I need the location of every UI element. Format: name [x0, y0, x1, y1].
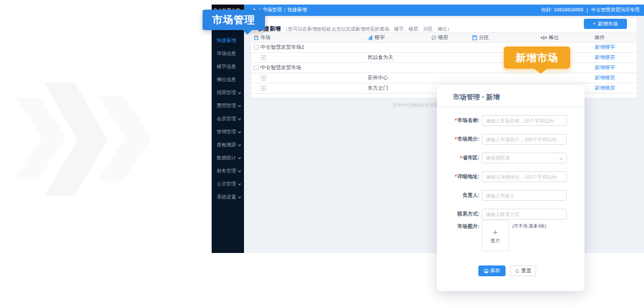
tenant-name[interactable]: 中仑智慧农贸演示专用 [591, 7, 639, 14]
add-building-link[interactable]: 新增楼宇 [595, 43, 615, 52]
sidebar-item-recruit-mgmt[interactable]: 招商管理 [212, 86, 244, 99]
markets-table: 市场 楼宇 楼层 分区 [251, 32, 637, 94]
decor-chevron-small-left [16, 98, 66, 177]
field-label: 联系方式: [457, 211, 479, 217]
field-label: 市场简介: [457, 136, 479, 142]
card-header: 快捷新增（您可以在新增按钮处点击以完成新增对应的菜场、楼宇、楼层、分区、摊位） … [251, 18, 637, 33]
refresh-icon [515, 269, 520, 273]
form-row-market-intro: *市场简介: [437, 134, 584, 145]
reset-button[interactable]: 重置 [510, 265, 536, 276]
market-name-input[interactable] [482, 115, 567, 126]
callout-arrow-down-icon [533, 68, 548, 74]
required-mark: * [460, 155, 462, 161]
building-name: 民以食为天 [368, 53, 393, 62]
sidebar-item-data-stats[interactable]: 数据统计 [212, 151, 244, 164]
chevron-down-icon [238, 143, 241, 146]
breadcrumb-market-mgmt[interactable]: 市场管理 [262, 7, 281, 14]
field-label: 省市区: [462, 155, 479, 161]
add-building-link[interactable]: 新增楼宇 [595, 63, 615, 73]
sidebar-item-quick-add[interactable]: 快捷新增 [212, 34, 244, 47]
add-floor-link[interactable]: 新增楼层 [595, 73, 615, 83]
sidebar: 中仑智慧农贸 快捷新增 市场信息 楼宇信息 摊位信息 招商管理 费用管理 会员管… [212, 5, 244, 253]
market-intro-input[interactable] [482, 134, 567, 145]
add-floor-link[interactable]: 新增楼层 [595, 53, 615, 62]
add-floor-link[interactable]: 新增楼层 [595, 83, 615, 93]
expand-toggle[interactable]: + [261, 75, 266, 81]
user-greeting[interactable]: 你好: 16816816868 [541, 7, 583, 14]
sidebar-item-market-info[interactable]: 市场信息 [212, 47, 244, 60]
photo-upload-box[interactable]: + 图片 [482, 220, 509, 251]
market-name: 中仑智慧农贸市场 [260, 64, 301, 71]
chevron-down-icon [238, 130, 241, 133]
callout-arrow-down-icon [242, 29, 252, 35]
col-stall[interactable]: 摊位 [549, 34, 559, 41]
region-select[interactable]: 请选择区域 [482, 153, 567, 163]
floor-icon [431, 35, 436, 40]
building-icon [368, 35, 373, 40]
callout-market-management: 市场管理 [203, 10, 265, 30]
form-row-contact: 联系方式: [437, 209, 584, 220]
form-row-address: *详细地址: [437, 171, 584, 182]
sidebar-item-building-info[interactable]: 楼宇信息 [212, 60, 244, 73]
col-building[interactable]: 楼宇 [374, 34, 385, 41]
col-floor[interactable]: 楼层 [438, 34, 448, 41]
required-mark: * [454, 136, 457, 142]
address-input[interactable] [482, 171, 567, 182]
required-mark: * [454, 174, 457, 179]
table-row: -中仑智慧农贸市场2 新增楼宇 [251, 43, 637, 53]
table-row: -中仑智慧农贸市场 新增楼宇 [251, 63, 637, 73]
required-mark: * [454, 117, 457, 123]
expand-toggle[interactable]: + [261, 55, 266, 60]
chevron-down-icon [238, 91, 241, 94]
sidebar-item-system-settings[interactable]: 系统设置 [212, 191, 244, 204]
stall-icon [541, 35, 547, 40]
expand-toggle[interactable]: + [261, 86, 266, 91]
upload-note: (可不传,最多3张) [512, 223, 546, 229]
save-button[interactable]: 保存 [478, 265, 506, 276]
table-row: + 民以食为天 新增楼层 [251, 53, 637, 63]
field-label-market-photo: 市场图片: [437, 223, 479, 230]
building-name: 苏州中心 [368, 73, 388, 83]
sidebar-item-stall-info[interactable]: 摊位信息 [212, 73, 244, 86]
breadcrumb-quick-add[interactable]: 快捷新增 [288, 7, 307, 14]
collapse-toggle[interactable]: - [254, 45, 259, 50]
collapse-toggle[interactable]: - [254, 65, 259, 70]
table-row: + 苏州中心 新增楼层 [251, 73, 637, 83]
field-label: 详细地址: [457, 174, 479, 179]
form-row-market-name: *市场名称: [437, 115, 584, 126]
market-name: 中仑智慧农贸市场2 [260, 44, 304, 51]
chevron-down-icon [238, 117, 241, 120]
col-zone[interactable]: 分区 [479, 34, 489, 41]
field-label: 负责人: [462, 192, 479, 198]
save-icon [484, 269, 489, 273]
sidebar-item-quality-trace[interactable]: 质检溯源 [212, 138, 244, 151]
form-row-manager: 负责人: [437, 190, 584, 201]
chevron-down-icon [238, 169, 241, 172]
chevron-down-icon [238, 195, 241, 199]
chevron-down-icon [238, 104, 241, 107]
plus-icon: + [593, 21, 596, 27]
zone-icon [472, 35, 477, 40]
sidebar-item-finance-mgmt[interactable]: 财务管理 [212, 164, 244, 178]
manager-input[interactable] [482, 190, 567, 201]
upload-box-label: 图片 [491, 238, 500, 244]
sidebar-menu: 快捷新增 市场信息 楼宇信息 摊位信息 招商管理 费用管理 会员管理 营销管理 … [212, 34, 244, 204]
add-market-modal: 市场管理 - 新增 *市场名称: *市场简介: *省市区: 请选择区域 *详细地… [437, 85, 584, 291]
region-select-placeholder: 请选择区域 [486, 155, 510, 162]
sidebar-item-public-mgmt[interactable]: 公示管理 [212, 178, 244, 191]
col-market[interactable]: 市场 [260, 34, 271, 41]
add-market-button[interactable]: + 新增市场 [584, 19, 627, 29]
table-header-row: 市场 楼宇 楼层 分区 [251, 32, 637, 43]
sidebar-item-marketing-mgmt[interactable]: 营销管理 [212, 125, 244, 138]
modal-title: 市场管理 - 新增 [453, 92, 500, 102]
form-row-region: *省市区: 请选择区域 [437, 153, 584, 163]
chevron-down-icon [238, 182, 241, 185]
topbar-divider: | [587, 7, 588, 13]
chevron-down-icon [559, 157, 563, 160]
plus-icon: + [493, 228, 498, 236]
sidebar-item-member-mgmt[interactable]: 会员管理 [212, 112, 244, 125]
contact-input[interactable] [482, 209, 567, 220]
sidebar-item-fee-mgmt[interactable]: 费用管理 [212, 99, 244, 112]
col-actions: 操作 [595, 34, 605, 41]
modal-divider [437, 107, 584, 107]
